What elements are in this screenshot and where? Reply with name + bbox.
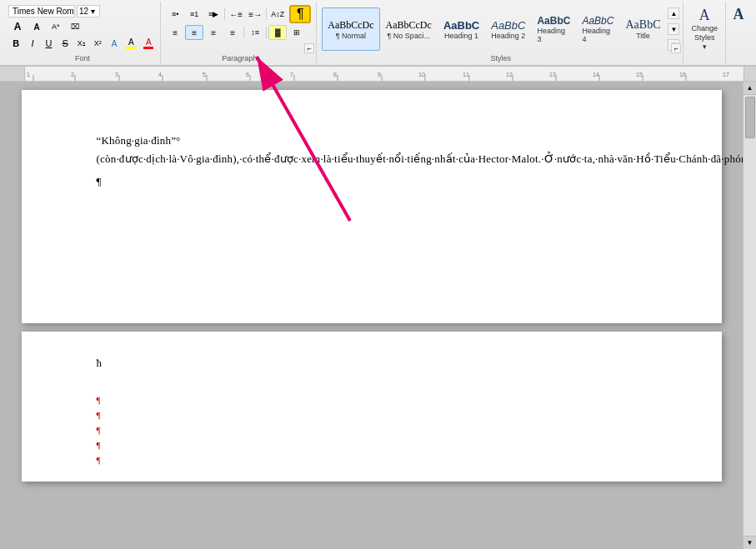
decrease-indent-btn[interactable]: ←≡ [227,7,245,22]
ruler-body: 1 2 3 4 5 6 7 8 9 10 11 [25,67,743,81]
quick-access-right: A [725,2,751,63]
doc-scroll-area[interactable]: “Không·gia·đình”°(còn·được·dịch·là·Vô·gi… [0,82,743,549]
borders-btn[interactable]: ⊞ [288,25,306,40]
style-h1-preview: AaBbC [443,19,479,32]
style-h2[interactable]: AaBbC Heading 2 [485,7,531,51]
subscript-btn[interactable]: X₂ [73,36,89,51]
style-normal[interactable]: AaBbCcDc ¶ Normal [322,7,379,51]
svg-text:8: 8 [333,72,337,77]
style-normal-name: ¶ Normal [336,32,366,40]
scrollbar-down-arrow[interactable]: ▼ [743,536,756,549]
font-group-label: Font [5,54,160,62]
svg-text:4: 4 [158,72,162,77]
style-nospacing[interactable]: AaBbCcDc ¶ No Spaci... [380,7,438,51]
change-styles-icon: A [699,7,710,24]
page1-paragraph: “Không·gia·đình”°(còn·được·dịch·là·Vô·gi… [97,132,647,168]
ruler-left-edge [0,67,25,81]
style-h4[interactable]: AaBbC Heading 4 [576,7,619,51]
strikethrough-btn[interactable]: S [58,36,73,51]
superscript-btn[interactable]: X² [90,36,106,51]
svg-text:14: 14 [593,72,599,77]
text-effect-btn[interactable]: A [107,36,123,51]
underline-btn[interactable]: U [41,36,57,51]
find-btn[interactable]: A [729,5,748,23]
line-spacing-btn[interactable]: ↕≡ [246,25,264,40]
show-hide-btn[interactable]: ¶ [289,5,311,23]
highlight-btn[interactable]: A [123,36,139,51]
svg-text:12: 12 [506,72,513,77]
style-nospacing-preview: AaBbCcDc [386,19,432,32]
style-h4-preview: AaBbC [582,15,613,27]
page-2: ħ ¶ ¶ ¶ ¶ ¶ [22,332,722,482]
align-right-btn[interactable]: ≡ [204,25,223,40]
svg-text:1: 1 [27,72,30,77]
bold-btn[interactable]: B [8,36,24,51]
shading-btn[interactable]: ▓ [268,25,287,40]
change-case-btn[interactable]: Aᵃ [47,19,65,34]
svg-text:3: 3 [115,72,118,77]
page2-marks: ¶ ¶ ¶ ¶ ¶ [97,395,647,465]
mark1: ¶ [97,395,647,405]
svg-text:5: 5 [203,72,206,77]
svg-text:6: 6 [246,72,249,77]
paragraph-group: Paragraph ≡• ≡1 ≡▶ ←≡ ≡→ A↕Z ¶ ≡ ≡ ≡ ≡ [163,2,317,63]
svg-text:10: 10 [418,72,425,77]
svg-text:16: 16 [679,72,686,77]
page-1: “Không·gia·đình”°(còn·được·dịch·là·Vô·gi… [22,90,722,323]
increase-indent-btn[interactable]: ≡→ [246,7,264,22]
ruler-right-edge [743,67,756,81]
styles-expand-btn[interactable]: ⌐ [671,43,681,53]
font-shrink-btn[interactable]: A [28,19,46,34]
styles-panel: Styles AaBbCcDc ¶ Normal AaBbCcDc ¶ No S… [318,2,683,63]
clear-format-btn[interactable]: ⌧ [66,19,84,34]
scrollbar-track [743,95,756,536]
svg-text:15: 15 [636,72,643,77]
multilevel-btn[interactable]: ≡▶ [204,7,223,22]
styles-group-label: Styles [318,54,683,62]
mark2: ¶ [97,410,647,420]
style-h3-preview: AaBbC [537,15,570,27]
style-h1[interactable]: AaBbC Heading 1 [438,7,485,51]
styles-scroll-down[interactable]: ▼ [668,23,679,35]
change-styles-btn[interactable]: A ChangeStyles ▾ [683,2,725,57]
svg-text:2: 2 [71,72,74,77]
style-h3[interactable]: AaBbC Heading 3 [531,7,576,51]
style-title-preview: AaBbC [625,18,660,32]
sort-btn[interactable]: A↕Z [268,7,287,22]
style-title[interactable]: AaBbC Title [619,7,666,51]
ruler: 1 2 3 4 5 6 7 8 9 10 11 [0,67,756,82]
numbering-btn[interactable]: ≡1 [185,7,203,22]
page2-pilcrow-top: ħ [97,357,647,370]
align-center-btn[interactable]: ≡ [185,25,203,40]
style-h2-name: Heading 2 [491,32,525,40]
font-color-btn[interactable]: A [140,36,157,51]
paragraph-expand-btn[interactable]: ⌐ [304,43,314,53]
ribbon: Font Times New Roman ▾ 12 ▾ A A Aᵃ ⌧ B I… [0,0,756,82]
font-grow-btn[interactable]: A [8,19,27,34]
change-styles-label: ChangeStyles ▾ [691,24,718,51]
svg-text:9: 9 [378,72,381,77]
font-size-dropdown[interactable]: 12 ▾ [77,5,100,17]
style-h1-name: Heading 1 [444,32,478,40]
paragraph-group-label: Paragraph [163,54,316,62]
italic-btn[interactable]: I [25,36,41,51]
align-left-btn[interactable]: ≡ [166,25,184,40]
font-name-dropdown[interactable]: Times New Roman ▾ [8,5,75,17]
font-group: Font Times New Roman ▾ 12 ▾ A A Aᵃ ⌧ B I… [5,2,161,63]
mark3: ¶ [97,425,647,435]
style-h4-name: Heading 4 [582,27,613,43]
style-normal-preview: AaBbCcDc [328,19,373,32]
style-nospacing-name: ¶ No Spaci... [388,32,430,40]
page1-pilcrow: ¶ [97,175,647,188]
svg-text:13: 13 [549,72,556,77]
justify-btn[interactable]: ≡ [223,25,242,40]
style-h2-preview: AaBbC [491,19,525,32]
bullets-btn[interactable]: ≡• [166,7,184,22]
svg-text:7: 7 [290,72,293,77]
styles-scroll-up[interactable]: ▲ [668,7,679,19]
style-title-name: Title [636,32,650,40]
vertical-scrollbar[interactable]: ▲ ▼ [743,82,756,549]
scrollbar-thumb[interactable] [745,97,755,138]
scrollbar-up-arrow[interactable]: ▲ [743,82,756,95]
style-h3-name: Heading 3 [537,27,570,43]
